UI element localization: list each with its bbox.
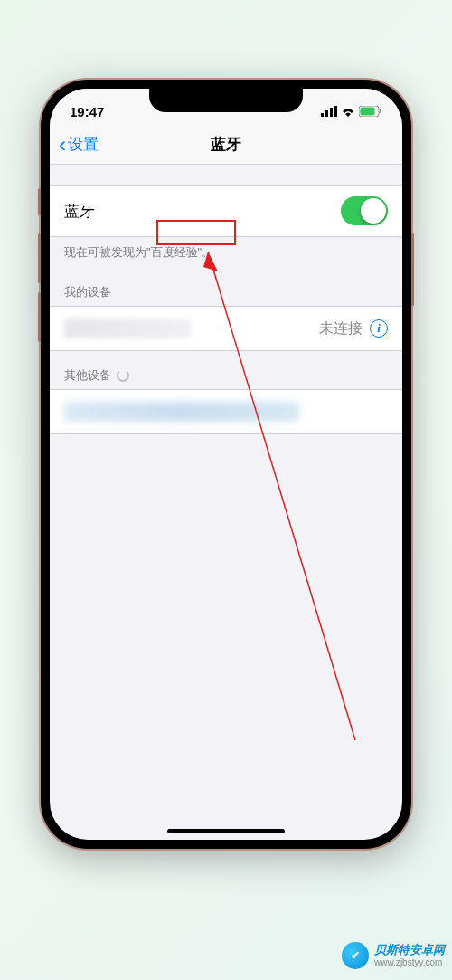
device-name-redacted (64, 319, 191, 338)
svg-rect-0 (321, 113, 324, 117)
watermark-logo-icon: ✔ (342, 942, 369, 969)
notch (149, 89, 303, 112)
battery-icon (359, 106, 382, 117)
watermark: ✔ 贝斯特安卓网 www.zjbstyy.com (342, 942, 445, 969)
content-area: 蓝牙 现在可被发现为"百度经验"。 我的设备 未连接 i 其他设备 (50, 185, 402, 434)
watermark-title: 贝斯特安卓网 (374, 943, 445, 957)
side-button (38, 188, 41, 215)
discoverable-name: "百度经验" (146, 245, 202, 259)
signal-icon (321, 106, 337, 117)
status-icons (321, 106, 382, 117)
page-title: 蓝牙 (211, 134, 241, 155)
status-time: 19:47 (70, 104, 104, 119)
toggle-knob (361, 198, 386, 224)
discoverable-text: 现在可被发现为"百度经验"。 (50, 237, 402, 268)
svg-rect-2 (330, 108, 333, 117)
bluetooth-label: 蓝牙 (64, 201, 95, 222)
device-status-text: 未连接 (319, 319, 363, 338)
back-label: 设置 (68, 134, 99, 155)
device-row-1[interactable]: 未连接 i (50, 306, 402, 351)
svg-rect-5 (361, 108, 375, 116)
other-devices-header: 其他设备 (50, 351, 402, 389)
bluetooth-toggle-row[interactable]: 蓝牙 (50, 185, 402, 237)
discoverable-prefix: 现在可被发现为 (64, 245, 146, 259)
discoverable-suffix: 。 (202, 245, 213, 259)
spinner-icon (117, 369, 129, 382)
volume-up-button (38, 233, 41, 283)
device-status-group: 未连接 i (319, 319, 388, 338)
chevron-left-icon: ‹ (59, 134, 66, 156)
bluetooth-toggle[interactable] (341, 196, 388, 225)
volume-down-button (38, 292, 41, 342)
svg-rect-3 (334, 106, 337, 117)
power-button (411, 233, 414, 306)
wifi-icon (341, 106, 355, 117)
svg-rect-6 (380, 109, 381, 113)
nav-bar: ‹ 设置 蓝牙 (50, 125, 402, 165)
watermark-url: www.zjbstyy.com (374, 957, 445, 968)
home-indicator[interactable] (167, 829, 285, 833)
back-button[interactable]: ‹ 设置 (50, 134, 99, 156)
info-icon[interactable]: i (370, 319, 388, 338)
device-name-redacted-2 (64, 402, 299, 422)
my-devices-header: 我的设备 (50, 268, 402, 306)
other-devices-label: 其他设备 (64, 367, 111, 384)
phone-screen: 19:47 ‹ 设置 蓝牙 蓝牙 现在可被发现为"百度经验"。 (50, 89, 402, 840)
device-row-2[interactable] (50, 389, 402, 434)
phone-frame: 19:47 ‹ 设置 蓝牙 蓝牙 现在可被发现为"百度经验"。 (41, 80, 411, 849)
svg-rect-1 (325, 110, 328, 117)
watermark-text: 贝斯特安卓网 www.zjbstyy.com (374, 943, 445, 968)
